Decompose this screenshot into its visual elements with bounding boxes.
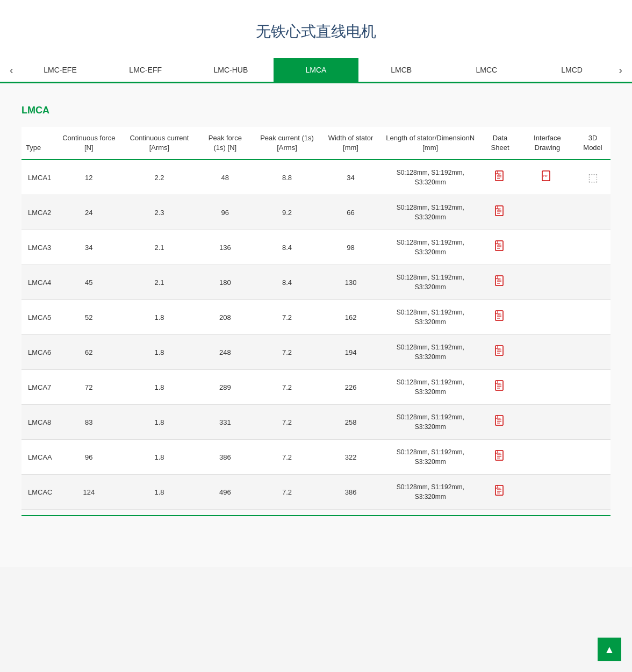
pdf-icon[interactable]: PDF <box>495 278 506 289</box>
cell-interface-drawing <box>520 230 575 265</box>
svg-text:PDF: PDF <box>543 175 548 177</box>
cell-3d-model <box>575 440 611 475</box>
cell-3d-model <box>575 230 611 265</box>
cell-width-stator: 386 <box>321 475 380 510</box>
section-title: LMCA <box>21 105 611 116</box>
table-row: LMCA3342.11368.498S0:128mm, S1:192mm, S3… <box>21 230 611 265</box>
cell-cont-force: 24 <box>57 195 121 230</box>
pdf-icon[interactable]: PDF <box>495 453 506 464</box>
cell-type: LMCA4 <box>21 265 57 300</box>
cell-data-sheet[interactable]: PDF <box>480 160 519 195</box>
pdf-icon[interactable]: PDF <box>495 209 506 219</box>
cell-length-stator: S0:128mm, S1:192mm, S3:320mm <box>380 300 481 335</box>
pdf-icon[interactable]: PDF <box>495 244 506 254</box>
cell-3d-model <box>575 265 611 300</box>
cell-interface-drawing <box>520 475 575 510</box>
col-header-peak_current: Peak current (1s) [Arms] <box>253 127 321 160</box>
cell-data-sheet[interactable]: PDF <box>480 230 519 265</box>
cell-data-sheet[interactable]: PDF <box>480 405 519 440</box>
cell-type: LMCAA <box>21 440 57 475</box>
cell-width-stator: 98 <box>321 230 380 265</box>
cell-data-sheet[interactable]: PDF <box>480 440 519 475</box>
cell-length-stator: S0:128mm, S1:192mm, S3:320mm <box>380 160 481 195</box>
cell-3d-model <box>575 300 611 335</box>
cell-width-stator: 66 <box>321 195 380 230</box>
cell-cont-current: 1.8 <box>121 475 198 510</box>
table-row: LMCAA961.83867.2322S0:128mm, S1:192mm, S… <box>21 440 611 475</box>
cell-peak-current: 8.4 <box>253 230 321 265</box>
cell-data-sheet[interactable]: PDF <box>480 300 519 335</box>
cell-cont-force: 124 <box>57 475 121 510</box>
cell-width-stator: 194 <box>321 335 380 370</box>
tab-item-lmcb[interactable]: LMCB <box>358 58 444 82</box>
cell-interface-drawing <box>520 370 575 405</box>
cell-cont-force: 96 <box>57 440 121 475</box>
cell-peak-current: 7.2 <box>253 300 321 335</box>
data-table: TypeContinuous force [N]Continuous curre… <box>21 127 611 510</box>
cell-length-stator: S0:128mm, S1:192mm, S3:320mm <box>380 370 481 405</box>
tab-item-lmc-efe[interactable]: LMC-EFE <box>18 58 103 82</box>
cell-cont-current: 1.8 <box>121 335 198 370</box>
doc-icon[interactable]: ⬚ <box>588 171 598 183</box>
tab-item-lmc-eff[interactable]: LMC-EFF <box>103 58 188 82</box>
svg-text:PDF: PDF <box>497 208 501 210</box>
cell-peak-force: 248 <box>198 335 253 370</box>
cell-peak-current: 7.2 <box>253 440 321 475</box>
pdf-icon[interactable]: PDF <box>495 418 506 429</box>
pdf-icon[interactable]: PDF <box>495 383 506 394</box>
pdf-icon[interactable]: PDF <box>495 174 506 184</box>
tab-arrow-left[interactable]: ‹ <box>5 59 18 82</box>
cell-cont-force: 45 <box>57 265 121 300</box>
cell-cont-current: 1.8 <box>121 300 198 335</box>
svg-text:PDF: PDF <box>497 277 501 280</box>
cell-width-stator: 130 <box>321 265 380 300</box>
svg-text:PDF: PDF <box>497 347 501 350</box>
table-row: LMCA6621.82487.2194S0:128mm, S1:192mm, S… <box>21 335 611 370</box>
tab-arrow-right[interactable]: › <box>614 59 627 82</box>
cell-cont-current: 2.1 <box>121 230 198 265</box>
cell-3d-model <box>575 370 611 405</box>
cell-3d-model <box>575 335 611 370</box>
cell-interface-drawing[interactable]: PDF <box>520 160 575 195</box>
cell-type: LMCAC <box>21 475 57 510</box>
tab-item-lmca[interactable]: LMCA <box>274 58 359 82</box>
col-header-cont_current: Continuous current [Arms] <box>121 127 198 160</box>
cell-peak-force: 136 <box>198 230 253 265</box>
svg-text:PDF: PDF <box>497 312 501 315</box>
cell-cont-force: 62 <box>57 335 121 370</box>
svg-text:PDF: PDF <box>497 242 501 245</box>
pdf-icon[interactable]: PDF <box>495 348 506 359</box>
cell-data-sheet[interactable]: PDF <box>480 195 519 230</box>
cell-data-sheet[interactable]: PDF <box>480 265 519 300</box>
pdf-icon[interactable]: PDF <box>495 488 506 499</box>
pdf-icon[interactable]: PDF <box>495 313 506 324</box>
cell-peak-current: 8.4 <box>253 265 321 300</box>
pdf-icon[interactable]: PDF <box>542 174 552 184</box>
page-title: 无铁心式直线电机 <box>0 0 632 58</box>
tab-item-lmcc[interactable]: LMCC <box>444 58 529 82</box>
svg-text:PDF: PDF <box>497 382 501 385</box>
cell-peak-current: 7.2 <box>253 475 321 510</box>
cell-3d-model[interactable]: ⬚ <box>575 160 611 195</box>
bottom-divider <box>21 515 611 516</box>
cell-data-sheet[interactable]: PDF <box>480 475 519 510</box>
cell-peak-force: 496 <box>198 475 253 510</box>
cell-peak-force: 208 <box>198 300 253 335</box>
cell-peak-force: 289 <box>198 370 253 405</box>
tab-item-lmc-hub[interactable]: LMC-HUB <box>188 58 274 82</box>
col-header-type: Type <box>21 127 57 160</box>
cell-data-sheet[interactable]: PDF <box>480 370 519 405</box>
table-row: LMCA8831.83317.2258S0:128mm, S1:192mm, S… <box>21 405 611 440</box>
tabs-list: LMC-EFELMC-EFFLMC-HUBLMCALMCBLMCCLMCD <box>18 58 615 82</box>
cell-data-sheet[interactable]: PDF <box>480 335 519 370</box>
cell-type: LMCA8 <box>21 405 57 440</box>
col-header-width_stator: Width of stator [mm] <box>321 127 380 160</box>
cell-length-stator: S0:128mm, S1:192mm, S3:320mm <box>380 440 481 475</box>
cell-length-stator: S0:128mm, S1:192mm, S3:320mm <box>380 335 481 370</box>
cell-3d-model <box>575 195 611 230</box>
cell-type: LMCA3 <box>21 230 57 265</box>
cell-cont-current: 2.3 <box>121 195 198 230</box>
cell-peak-current: 7.2 <box>253 370 321 405</box>
tab-item-lmcd[interactable]: LMCD <box>529 58 615 82</box>
cell-width-stator: 226 <box>321 370 380 405</box>
